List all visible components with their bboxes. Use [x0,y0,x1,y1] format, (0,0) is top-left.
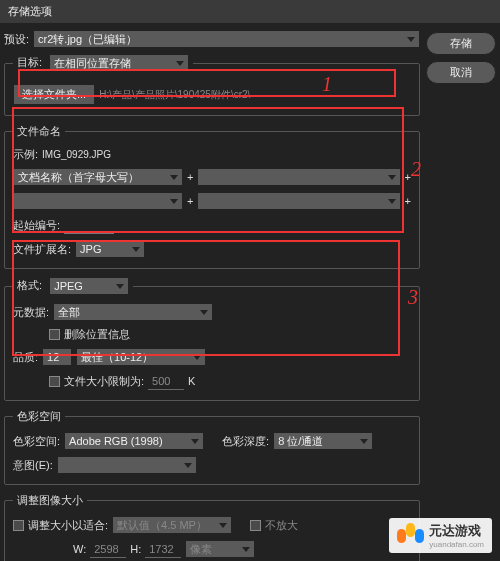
space-label: 色彩空间: [13,434,60,449]
depth-label: 色彩深度: [222,434,269,449]
preset-value: cr2转.jpg（已编辑） [38,32,137,47]
noenlarge-label: 不放大 [265,518,298,533]
depth-select[interactable]: 8 位/通道 [273,432,373,450]
intent-select[interactable] [57,456,197,474]
format-legend: 格式: [17,279,42,291]
chevron-down-icon [360,439,368,444]
w-input[interactable]: 2598 [90,540,126,558]
limit-size-checkbox[interactable] [49,376,60,387]
example-value: IMG_0929.JPG [42,149,111,160]
chevron-down-icon [170,199,178,204]
limit-size-input[interactable]: 500 [148,372,184,390]
name-part-4[interactable] [197,192,400,210]
format-group: 格式: JPEG 元数据: 全部 删除位置信息 品质: 12 最佳（10-12）… [4,277,420,401]
watermark: 元达游戏 yuandafan.com [389,518,492,553]
choose-folder-button[interactable]: 选择文件夹... [13,84,95,105]
intent-label: 意图(E): [13,458,53,473]
start-number-input[interactable] [64,216,114,234]
example-label: 示例: [13,147,38,162]
h-input[interactable]: 1732 [145,540,181,558]
h-label: H: [130,543,141,555]
w-label: W: [73,543,86,555]
chevron-down-icon [116,284,124,289]
remove-location-checkbox[interactable] [49,329,60,340]
space-select[interactable]: Adobe RGB (1998) [64,432,204,450]
target-path: H:\产品\产品照片\190425附件\cr2\ [99,88,250,102]
resize-checkbox[interactable] [13,520,24,531]
naming-group: 文件命名 示例: IMG_0929.JPG 文档名称（首字母大写） + + + … [4,124,420,269]
target-group: 目标: 在相同位置存储 选择文件夹... H:\产品\产品照片\190425附件… [4,54,420,116]
colorspace-group: 色彩空间 色彩空间: Adobe RGB (1998) 色彩深度: 8 位/通道… [4,409,420,485]
chevron-down-icon [176,61,184,66]
quality-label: 品质: [13,350,38,365]
chevron-down-icon [407,37,415,42]
fit-label: 调整大小以适合: [28,518,108,533]
chevron-down-icon [388,199,396,204]
remove-location-label: 删除位置信息 [64,327,130,342]
chevron-down-icon [132,247,140,252]
noenlarge-checkbox[interactable] [250,520,261,531]
resize-legend: 调整图像大小 [13,493,87,508]
chevron-down-icon [388,175,396,180]
preset-label: 预设: [4,32,29,47]
meta-select[interactable]: 全部 [53,303,213,321]
quality-select[interactable]: 最佳（10-12） [76,348,206,366]
name-part-2[interactable] [197,168,400,186]
meta-label: 元数据: [13,305,49,320]
chevron-down-icon [184,463,192,468]
window-title: 存储选项 [0,0,500,24]
colorspace-legend: 色彩空间 [13,409,65,424]
chevron-down-icon [200,310,208,315]
name-part-1[interactable]: 文档名称（首字母大写） [13,168,183,186]
chevron-down-icon [193,355,201,360]
ext-select[interactable]: JPG [75,240,145,258]
limit-size-unit: K [188,375,195,387]
ext-label: 文件扩展名: [13,242,71,257]
target-legend: 目标: [17,56,42,68]
start-number-label: 起始编号: [13,218,60,233]
limit-size-label: 文件大小限制为: [64,374,144,389]
fit-select[interactable]: 默认值（4.5 MP） [112,516,232,534]
format-select[interactable]: JPEG [49,277,129,295]
chevron-down-icon [219,523,227,528]
chevron-down-icon [191,439,199,444]
chevron-down-icon [170,175,178,180]
cancel-button[interactable]: 取消 [426,61,496,84]
save-button[interactable]: 存储 [426,32,496,55]
watermark-url: yuandafan.com [429,540,484,549]
chevron-down-icon [242,547,250,552]
target-mode-select[interactable]: 在相同位置存储 [49,54,189,72]
watermark-name: 元达游戏 [429,523,481,538]
resize-group: 调整图像大小 调整大小以适合: 默认值（4.5 MP） 不放大 W: 2598 … [4,493,420,561]
name-part-3[interactable] [13,192,183,210]
quality-input[interactable]: 12 [42,348,72,366]
preset-select[interactable]: cr2转.jpg（已编辑） [33,30,420,48]
naming-legend: 文件命名 [13,124,65,139]
watermark-logo-icon [397,523,423,549]
size-unit-select[interactable]: 像素 [185,540,255,558]
